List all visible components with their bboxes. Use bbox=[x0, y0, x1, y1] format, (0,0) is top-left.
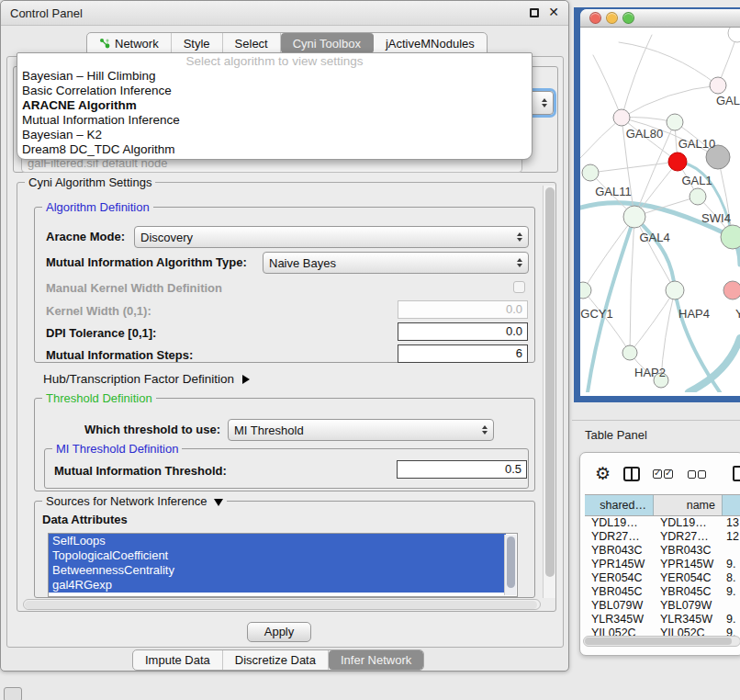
column-header[interactable]: name bbox=[654, 495, 723, 515]
hub-definition-toggle[interactable]: Hub/Transcription Factor Definition bbox=[43, 372, 250, 386]
network-window-titlebar bbox=[580, 9, 740, 28]
network-node[interactable] bbox=[580, 282, 591, 299]
algorithm-option[interactable]: ARACNE Algorithm bbox=[17, 98, 532, 113]
apply-button[interactable]: Apply bbox=[247, 622, 311, 642]
tab-cyni-toolbox[interactable]: Cyni Toolbox bbox=[281, 33, 374, 53]
algorithm-option[interactable]: Mutual Information Inference bbox=[17, 113, 532, 128]
network-node[interactable] bbox=[623, 206, 645, 228]
network-edge[interactable] bbox=[634, 217, 675, 290]
table-row[interactable]: YPR145WYPR145W9. bbox=[585, 558, 740, 571]
mi-steps-field[interactable]: 6 bbox=[398, 344, 528, 363]
network-node[interactable] bbox=[668, 152, 687, 171]
table-horizontal-scrollbar[interactable] bbox=[583, 636, 740, 647]
table-cell: YPR145W bbox=[654, 558, 723, 571]
table-row[interactable]: YBR043CYBR043C bbox=[585, 544, 740, 558]
network-node[interactable] bbox=[613, 109, 630, 126]
algorithm-option[interactable]: Dream8 DC_TDC Algorithm bbox=[17, 142, 532, 157]
tab-jactivemnodules[interactable]: jActiveMNodules bbox=[374, 33, 487, 53]
gear-icon[interactable]: ⚙ bbox=[595, 465, 611, 482]
network-node[interactable] bbox=[667, 114, 683, 130]
expanded-arrow-icon[interactable] bbox=[214, 499, 223, 506]
collapsed-arrow-icon[interactable] bbox=[242, 375, 250, 384]
document-icon[interactable] bbox=[733, 466, 740, 481]
mi-type-combo[interactable]: Naive Bayes bbox=[263, 252, 529, 274]
list-scrollbar[interactable] bbox=[504, 535, 516, 595]
network-node[interactable] bbox=[728, 28, 740, 42]
table-cell bbox=[723, 544, 740, 558]
network-edge[interactable] bbox=[583, 217, 634, 290]
tab-label: Discretize Data bbox=[235, 653, 316, 667]
which-threshold-combo[interactable]: MI Threshold bbox=[228, 419, 494, 441]
network-edge[interactable] bbox=[593, 55, 622, 118]
settings-vertical-scrollbar[interactable] bbox=[543, 186, 555, 598]
column-layout-icon[interactable] bbox=[623, 467, 640, 481]
attribute-item[interactable]: BetweennessCentrality bbox=[49, 563, 506, 578]
network-node[interactable] bbox=[622, 345, 637, 360]
manual-kernel-checkbox[interactable] bbox=[513, 281, 525, 293]
table-row[interactable]: YDL19…YDL19…13 bbox=[585, 516, 740, 530]
network-node[interactable] bbox=[582, 164, 599, 181]
network-node[interactable] bbox=[710, 77, 726, 94]
network-edge[interactable] bbox=[622, 85, 718, 118]
tab-impute-data[interactable]: Impute Data bbox=[133, 650, 223, 670]
attribute-item[interactable]: gal4RGexp bbox=[49, 578, 506, 593]
algorithm-option[interactable]: Basic Correlation Inference bbox=[17, 84, 532, 98]
table-row[interactable]: YLR345WYLR345W9. bbox=[585, 613, 740, 627]
corner-panel-icon[interactable] bbox=[4, 687, 22, 700]
network-node[interactable] bbox=[666, 281, 684, 299]
tab-infer-network[interactable]: Infer Network bbox=[329, 650, 423, 670]
algorithm-dropdown-popup: Select algorithm to view settings Bayesi… bbox=[17, 52, 533, 160]
deselect-all-checkboxes-icon[interactable] bbox=[688, 466, 708, 482]
table-cell: 9. bbox=[723, 558, 740, 571]
tab-discretize-data[interactable]: Discretize Data bbox=[223, 650, 329, 670]
node-label: GAL bbox=[716, 94, 740, 107]
column-header[interactable]: shared… bbox=[585, 495, 654, 515]
mi-threshold-field[interactable]: 0.5 bbox=[397, 460, 527, 479]
combo-arrows-icon bbox=[511, 232, 522, 242]
dpi-tolerance-field[interactable]: 0.0 bbox=[398, 322, 528, 341]
table-row[interactable]: YER054CYER054C8. bbox=[585, 571, 740, 585]
table-cell: 8. bbox=[723, 571, 740, 585]
table-row[interactable]: YBR045CYBR045C9. bbox=[585, 585, 740, 599]
aracne-mode-combo[interactable]: Discovery bbox=[134, 226, 529, 248]
close-icon[interactable]: ✕ bbox=[548, 5, 559, 19]
list-scrollbar-thumb[interactable] bbox=[507, 536, 515, 588]
tab-style[interactable]: Style bbox=[172, 33, 223, 53]
tab-network[interactable]: Network bbox=[87, 33, 172, 53]
settings-hscroll-thumb[interactable] bbox=[25, 601, 537, 609]
tab-select[interactable]: Select bbox=[223, 33, 281, 53]
table-row[interactable]: YDR27…YDR27…12 bbox=[585, 530, 740, 544]
network-canvas[interactable]: GALGAL80GAL10GAL1GAL11SWI4GAL4GCY1HAP4YH… bbox=[580, 28, 740, 396]
table-cell: YBR043C bbox=[585, 544, 654, 558]
table-hscroll-thumb[interactable] bbox=[585, 638, 732, 645]
settings-vscroll-thumb[interactable] bbox=[545, 187, 555, 577]
select-all-checkboxes-icon[interactable] bbox=[653, 466, 675, 482]
network-node[interactable] bbox=[723, 281, 740, 299]
sources-legend-text: Sources for Network Inference bbox=[46, 494, 207, 508]
algorithm-option[interactable]: Bayesian – Hill Climbing bbox=[17, 69, 532, 84]
attribute-item[interactable]: TopologicalCoefficient bbox=[49, 548, 506, 563]
network-edge[interactable] bbox=[622, 35, 652, 118]
network-edge[interactable] bbox=[630, 217, 634, 353]
node-label: GAL4 bbox=[639, 231, 669, 244]
algorithm-option[interactable]: Bayesian – K2 bbox=[17, 128, 532, 142]
data-attributes-list[interactable]: SelfLoopsTopologicalCoefficientBetweenne… bbox=[48, 533, 518, 597]
network-node[interactable] bbox=[721, 225, 740, 249]
algorithm-definition-legend: Algorithm Definition bbox=[42, 200, 153, 214]
network-edge[interactable] bbox=[590, 162, 678, 173]
combo-arrows-icon bbox=[536, 98, 547, 107]
control-panel-titlebar: Control Panel ✕ bbox=[1, 1, 568, 26]
settings-horizontal-scrollbar[interactable] bbox=[23, 599, 541, 610]
table-row[interactable]: YBL079WYBL079W bbox=[585, 599, 740, 613]
float-panel-icon[interactable] bbox=[530, 8, 539, 17]
node-label: GAL1 bbox=[681, 174, 712, 187]
attribute-item[interactable]: SelfLoops bbox=[49, 534, 506, 548]
zoom-traffic-light-icon[interactable] bbox=[622, 12, 634, 24]
column-header[interactable] bbox=[723, 495, 740, 515]
minimize-traffic-light-icon[interactable] bbox=[606, 12, 618, 24]
kernel-width-label: Kernel Width (0,1): bbox=[46, 304, 151, 318]
table-cell: YBR045C bbox=[654, 585, 723, 599]
table-body: YDL19…YDL19…13YDR27…YDR27…12YBR043CYBR04… bbox=[585, 516, 740, 640]
close-traffic-light-icon[interactable] bbox=[589, 12, 601, 24]
network-node[interactable] bbox=[690, 188, 706, 205]
